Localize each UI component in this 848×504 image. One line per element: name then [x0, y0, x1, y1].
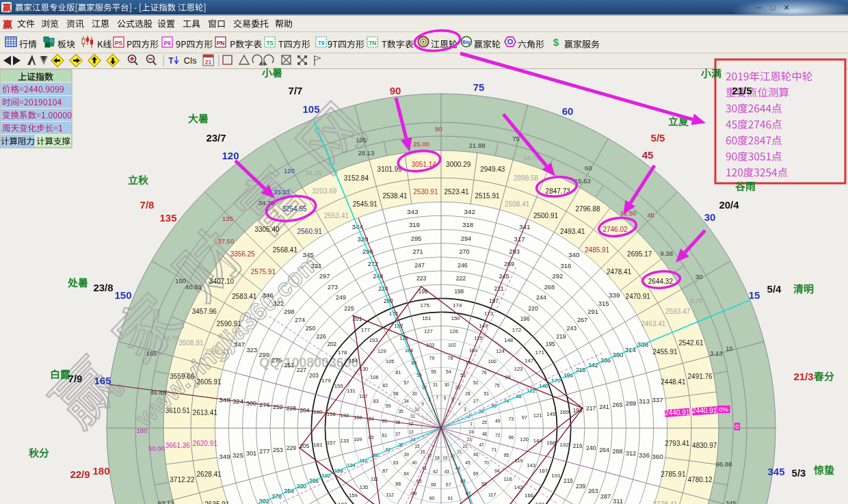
svg-text:3356.25: 3356.25 [230, 250, 256, 258]
svg-text:196: 196 [520, 315, 530, 322]
svg-text:3254.55: 3254.55 [282, 205, 307, 213]
svg-text:297: 297 [319, 272, 330, 280]
svg-text:82: 82 [382, 383, 388, 388]
svg-text:40.63: 40.63 [185, 283, 202, 291]
svg-text:64: 64 [403, 471, 409, 476]
svg-text:150: 150 [114, 289, 131, 301]
svg-text:183: 183 [338, 501, 347, 504]
svg-text:21.88: 21.88 [469, 142, 486, 149]
svg-text:123: 123 [514, 366, 523, 372]
svg-text:45: 45 [647, 211, 654, 219]
svg-text:288: 288 [613, 448, 623, 455]
svg-text:90: 90 [390, 85, 401, 96]
svg-text:97: 97 [522, 414, 527, 421]
svg-text:120: 120 [284, 167, 295, 174]
svg-text:9: 9 [421, 401, 424, 406]
svg-text:2796.88: 2796.88 [575, 205, 600, 213]
svg-text:87: 87 [382, 468, 388, 473]
svg-text:2590.91: 2590.91 [217, 320, 242, 328]
svg-text:2778.41: 2778.41 [653, 501, 678, 504]
svg-text:105: 105 [386, 358, 394, 364]
svg-text:94: 94 [494, 468, 500, 473]
svg-text:7: 7 [436, 395, 438, 400]
svg-text:277: 277 [259, 448, 269, 455]
svg-text:48: 48 [482, 432, 488, 436]
svg-text:135: 135 [222, 215, 233, 222]
svg-text:7/9: 7/9 [68, 373, 83, 384]
svg-text:96.88: 96.88 [716, 460, 732, 468]
svg-text:37: 37 [395, 432, 401, 436]
svg-text:3: 3 [464, 407, 466, 412]
svg-text:81: 81 [395, 370, 401, 375]
svg-text:129: 129 [377, 348, 386, 354]
svg-text:TN: TN [369, 40, 376, 47]
svg-text:4: 4 [458, 401, 461, 406]
svg-text:6: 6 [444, 395, 447, 400]
svg-text:0%: 0% [719, 406, 728, 413]
svg-text:273: 273 [328, 284, 338, 291]
svg-text:323: 323 [246, 346, 257, 354]
svg-text:5/4: 5/4 [767, 283, 782, 295]
svg-text:75: 75 [473, 81, 485, 93]
svg-text:267: 267 [577, 317, 587, 323]
svg-text:316: 316 [560, 262, 571, 269]
svg-text:239: 239 [576, 483, 586, 490]
svg-text:220: 220 [528, 305, 538, 312]
svg-text:85: 85 [369, 435, 374, 440]
svg-text:153: 153 [369, 337, 378, 343]
svg-text:178: 178 [338, 349, 347, 356]
svg-text:165: 165 [146, 349, 157, 357]
svg-text:253: 253 [273, 447, 283, 453]
svg-text:216: 216 [573, 442, 583, 449]
svg-text:264: 264 [599, 447, 609, 453]
svg-text:190: 190 [535, 501, 544, 504]
svg-text:47: 47 [479, 442, 484, 447]
svg-text:15: 15 [726, 345, 733, 352]
svg-text:150: 150 [175, 277, 186, 284]
svg-text:7/7: 7/7 [289, 85, 303, 96]
svg-text:2485.91: 2485.91 [585, 246, 610, 254]
svg-text:299: 299 [259, 351, 270, 358]
svg-text:22/9: 22/9 [70, 468, 90, 480]
svg-text:339: 339 [609, 291, 620, 299]
svg-text:202: 202 [327, 341, 336, 347]
svg-text:2493.41: 2493.41 [560, 228, 585, 235]
svg-text:121: 121 [533, 412, 542, 419]
svg-text:111: 111 [371, 476, 378, 482]
svg-text:2695.17: 2695.17 [627, 250, 652, 258]
svg-text:3610.51: 3610.51 [165, 407, 191, 414]
svg-text:61: 61 [382, 433, 387, 438]
svg-text:33.33: 33.33 [274, 188, 290, 196]
svg-text:169: 169 [559, 409, 569, 415]
svg-text:191: 191 [551, 473, 561, 479]
svg-text:243: 243 [566, 325, 577, 332]
svg-text:40: 40 [412, 460, 417, 465]
svg-text:166: 166 [525, 492, 533, 499]
svg-text:46.88: 46.88 [150, 388, 166, 396]
svg-text:70: 70 [484, 460, 490, 465]
svg-text:2598.41: 2598.41 [204, 348, 230, 356]
svg-text:90: 90 [435, 125, 442, 133]
svg-text:53.13: 53.13 [158, 499, 174, 504]
svg-text:199: 199 [419, 288, 428, 295]
svg-text:319: 319 [409, 221, 420, 228]
svg-text:321: 321 [311, 262, 322, 269]
svg-text:174: 174 [453, 302, 462, 308]
svg-text:7/8: 7/8 [140, 199, 155, 211]
svg-text:─: ─ [756, 3, 762, 12]
svg-text:172: 172 [512, 327, 522, 333]
svg-text:247: 247 [414, 262, 425, 269]
svg-text:360: 360 [652, 453, 663, 460]
svg-text:105: 105 [356, 136, 367, 144]
svg-text:133: 133 [340, 438, 349, 444]
svg-text:24: 24 [468, 429, 474, 434]
svg-text:95: 95 [503, 453, 509, 457]
svg-text:3457.96: 3457.96 [192, 308, 217, 315]
svg-text:76: 76 [481, 370, 487, 375]
svg-text:349: 349 [219, 453, 230, 460]
svg-text:226: 226 [317, 333, 327, 340]
svg-text:222: 222 [456, 275, 466, 282]
svg-text:2949.43: 2949.43 [480, 165, 505, 173]
svg-text:□: □ [771, 3, 776, 12]
svg-text:3559.66: 3559.66 [170, 373, 195, 380]
